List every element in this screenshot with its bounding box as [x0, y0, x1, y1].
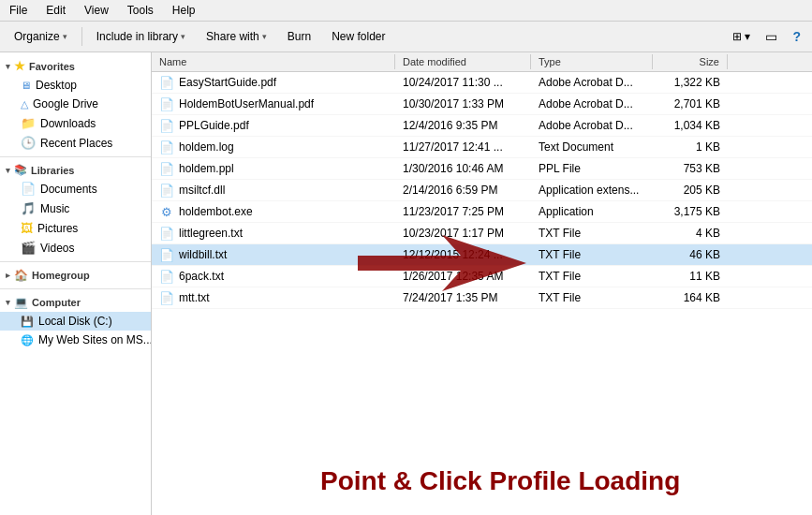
table-row[interactable]: 📄 HoldemBotUserManual.pdf 10/30/2017 1:3…	[152, 94, 812, 115]
include-library-button[interactable]: Include in library ▾	[88, 26, 194, 47]
file-size-cell: 3,175 KB	[653, 204, 728, 219]
sidebar-divider-1	[0, 156, 151, 157]
file-type-icon: 📄	[159, 140, 174, 154]
computer-section[interactable]: ▾ 💻 Computer	[0, 293, 151, 312]
menu-tools[interactable]: Tools	[122, 2, 159, 19]
file-type-cell: TXT File	[531, 247, 653, 262]
file-size-cell: 1 KB	[653, 140, 728, 154]
file-type-icon: 📄	[159, 96, 174, 111]
file-type-cell: TXT File	[531, 269, 653, 284]
file-type-cell: Application	[531, 204, 653, 219]
table-row[interactable]: 📄 EasyStartGuide.pdf 10/24/2017 11:30 ..…	[152, 72, 812, 94]
downloads-icon: 📁	[21, 116, 36, 130]
homegroup-icon: 🏠	[14, 269, 28, 282]
sidebar-item-google-drive[interactable]: △ Google Drive	[0, 95, 151, 113]
libraries-section[interactable]: ▾ 📚 Libraries	[0, 161, 151, 179]
organize-button[interactable]: Organize ▾	[6, 26, 76, 47]
homegroup-section[interactable]: ▸ 🏠 Homegroup	[0, 266, 151, 285]
file-type-cell: Adobe Acrobat D...	[531, 118, 653, 133]
col-header-name[interactable]: Name	[152, 54, 395, 69]
table-row[interactable]: 📄 mtt.txt 7/24/2017 1:35 PM TXT File 164…	[152, 287, 812, 309]
sidebar-item-my-web-sites[interactable]: 🌐 My Web Sites on MS...	[0, 331, 151, 349]
file-date-cell: 11/27/2017 12:41 ...	[395, 140, 531, 154]
file-type-cell: Adobe Acrobat D...	[531, 96, 653, 111]
menu-view[interactable]: View	[79, 2, 114, 19]
file-type-icon: 📄	[159, 226, 174, 241]
menu-file[interactable]: File	[4, 2, 33, 19]
file-name-cell: ⚙ holdembot.exe	[152, 203, 395, 220]
col-header-type[interactable]: Type	[531, 54, 653, 69]
sidebar-divider-2	[0, 261, 151, 262]
sidebar-item-local-disk[interactable]: 💾 Local Disk (C:)	[0, 312, 151, 331]
file-date-cell: 1/26/2017 12:35 AM	[395, 269, 531, 284]
table-row[interactable]: 📄 6pack.txt 1/26/2017 12:35 AM TXT File …	[152, 266, 812, 287]
col-header-date[interactable]: Date modified	[395, 54, 531, 69]
sidebar-item-downloads[interactable]: 📁 Downloads	[0, 113, 151, 133]
table-row[interactable]: 📄 littlegreen.txt 10/23/2017 1:17 PM TXT…	[152, 223, 812, 244]
file-area: Name Date modified Type Size 📄 EasyStart…	[152, 52, 812, 515]
view-toggle-button[interactable]: ⊞ ▾	[727, 26, 756, 47]
table-row[interactable]: ⚙ holdembot.exe 11/23/2017 7:25 PM Appli…	[152, 201, 812, 223]
file-type-cell: Text Document	[531, 140, 653, 154]
sidebar-item-desktop[interactable]: 🖥 Desktop	[0, 76, 151, 95]
file-size-cell: 2,701 KB	[653, 96, 728, 111]
file-type-icon: 📄	[159, 290, 174, 305]
table-row[interactable]: 📄 holdem.log 11/27/2017 12:41 ... Text D…	[152, 137, 812, 158]
file-type-icon: 📄	[159, 75, 174, 90]
file-type-cell: TXT File	[531, 290, 653, 305]
videos-icon: 🎬	[21, 241, 36, 255]
file-type-icon: 📄	[159, 183, 174, 198]
menu-help[interactable]: Help	[167, 2, 201, 19]
column-headers: Name Date modified Type Size	[152, 52, 812, 72]
file-type-cell: Application extens...	[531, 183, 653, 198]
file-name-cell: 📄 HoldemBotUserManual.pdf	[152, 96, 395, 112]
sidebar-divider-3	[0, 288, 151, 289]
file-name-cell: 📄 6pack.txt	[152, 268, 395, 285]
table-row[interactable]: 📄 PPLGuide.pdf 12/4/2016 9:35 PM Adobe A…	[152, 115, 812, 137]
file-type-cell: Adobe Acrobat D...	[531, 75, 653, 90]
file-size-cell: 4 KB	[653, 226, 728, 241]
burn-button[interactable]: Burn	[279, 26, 319, 47]
computer-toggle: ▾	[6, 298, 10, 307]
desktop-icon: 🖥	[21, 80, 31, 91]
toolbar: Organize ▾ Include in library ▾ Share wi…	[0, 22, 812, 52]
sidebar-item-music[interactable]: 🎵 Music	[0, 199, 151, 218]
file-name-cell: 📄 mtt.txt	[152, 289, 395, 306]
menu-bar: File Edit View Tools Help	[0, 0, 812, 22]
pictures-icon: 🖼	[21, 221, 33, 235]
homegroup-toggle: ▸	[6, 271, 10, 280]
file-type-icon: ⚙	[159, 204, 174, 219]
favorites-section[interactable]: ▾ ★ Favorites	[0, 56, 151, 76]
table-row[interactable]: 📄 wildbill.txt 12/12/2015 12:24 ... TXT …	[152, 244, 812, 266]
local-disk-icon: 💾	[21, 316, 34, 328]
help-button[interactable]: ?	[787, 25, 806, 48]
file-size-cell: 753 KB	[653, 161, 728, 176]
file-type-icon: 📄	[159, 118, 174, 133]
sidebar-item-videos[interactable]: 🎬 Videos	[0, 238, 151, 258]
file-name-cell: 📄 msiltcf.dll	[152, 182, 395, 199]
menu-edit[interactable]: Edit	[40, 2, 71, 19]
col-header-size[interactable]: Size	[653, 54, 728, 69]
file-name-cell: 📄 EasyStartGuide.pdf	[152, 74, 395, 91]
table-row[interactable]: 📄 holdem.ppl 1/30/2016 10:46 AM PPL File…	[152, 158, 812, 180]
main-layout: ▾ ★ Favorites 🖥 Desktop △ Google Drive 📁…	[0, 52, 812, 515]
file-size-cell: 1,034 KB	[653, 118, 728, 133]
include-library-caret: ▾	[181, 32, 185, 41]
sidebar-item-documents[interactable]: 📄 Documents	[0, 179, 151, 199]
new-folder-button[interactable]: New folder	[323, 26, 393, 47]
file-name-cell: 📄 wildbill.txt	[152, 246, 395, 263]
recent-places-icon: 🕒	[21, 136, 36, 150]
toolbar-separator-1	[81, 27, 82, 46]
libraries-icon: 📚	[14, 164, 27, 176]
my-web-sites-icon: 🌐	[21, 334, 34, 346]
table-row[interactable]: 📄 msiltcf.dll 2/14/2016 6:59 PM Applicat…	[152, 180, 812, 201]
sidebar-item-recent-places[interactable]: 🕒 Recent Places	[0, 133, 151, 153]
preview-pane-button[interactable]: ▭	[760, 25, 783, 48]
file-date-cell: 10/30/2017 1:33 PM	[395, 96, 531, 111]
sidebar-item-pictures[interactable]: 🖼 Pictures	[0, 218, 151, 238]
file-type-icon: 📄	[159, 269, 174, 284]
share-with-button[interactable]: Share with ▾	[198, 26, 275, 47]
file-name-cell: 📄 PPLGuide.pdf	[152, 117, 395, 134]
file-list: 📄 EasyStartGuide.pdf 10/24/2017 11:30 ..…	[152, 72, 812, 515]
favorites-toggle: ▾	[6, 62, 10, 71]
